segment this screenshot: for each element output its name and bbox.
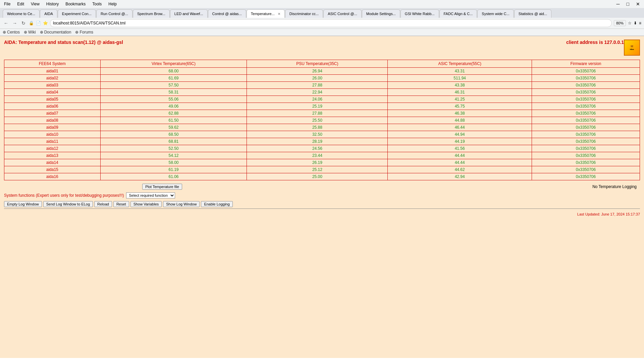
cell-0-1: 68.00 (100, 68, 247, 75)
cell-3-1: 58.31 (100, 89, 247, 96)
col-header-system: FEE64 System (4, 60, 101, 68)
cell-14-0: aida15 (4, 166, 101, 173)
cell-15-0: aida16 (4, 173, 101, 180)
tab-temperature[interactable]: Temperature... ✕ (247, 9, 285, 18)
close-button[interactable]: ✕ (635, 1, 641, 7)
last-updated: Last Updated: June 17, 2024 15:17:37 (4, 212, 640, 216)
send-log-button[interactable]: Send Log Window to ELog (43, 201, 93, 207)
bookmark-forums[interactable]: ⊕ Forums (75, 30, 93, 35)
maximize-button[interactable]: □ (625, 1, 631, 7)
table-row: aida0261.6926.00511.940x3350706 (4, 75, 640, 82)
tab-aida[interactable]: AIDA (40, 9, 57, 18)
table-row: aida1661.0625.0042.940x3350706 (4, 173, 640, 180)
tab-experiment[interactable]: Experiment Con... (58, 9, 96, 18)
cell-12-0: aida13 (4, 152, 101, 159)
tab-systemwide[interactable]: System wide C... (477, 9, 514, 18)
cell-10-2: 28.19 (247, 138, 388, 145)
page-header: AIDA: Temperature and status scan(1.12) … (4, 40, 640, 56)
col-header-psu: PSU Temperature(35C) (247, 60, 388, 68)
tab-runcontrol[interactable]: Run Control @... (96, 9, 132, 18)
forward-button[interactable]: → (11, 20, 18, 26)
tab-asic[interactable]: ASIC Control @... (323, 9, 362, 18)
bookmark-centos[interactable]: ⊕ Centos (3, 30, 20, 35)
tab-control[interactable]: Control @ aidas... (208, 9, 246, 18)
cell-14-2: 25.12 (247, 166, 388, 173)
bookmark-add-icon: ⭐ (43, 21, 48, 25)
system-functions-label: System functions (Expert users only for … (4, 193, 124, 198)
cell-7-1: 61.50 (100, 117, 247, 124)
empty-log-button[interactable]: Empty Log Window (4, 201, 42, 207)
tab-led[interactable]: LED and Wavef... (170, 9, 208, 18)
cell-12-3: 44.44 (388, 152, 532, 159)
cell-3-0: aida04 (4, 89, 101, 96)
cell-9-0: aida10 (4, 131, 101, 138)
cell-14-3: 44.62 (388, 166, 532, 173)
cell-15-2: 25.00 (247, 173, 388, 180)
cell-10-1: 68.81 (100, 138, 247, 145)
tab-spectrum[interactable]: Spectrum Brow... (133, 9, 170, 18)
cell-15-1: 61.06 (100, 173, 247, 180)
cell-6-1: 62.88 (100, 110, 247, 117)
cell-5-2: 25.19 (247, 103, 388, 110)
table-row: aida0555.0624.0641.250x3350706 (4, 96, 640, 103)
menu-file[interactable]: File (3, 1, 12, 7)
shield-icon: 🔒 (29, 21, 34, 25)
address-input[interactable] (50, 19, 612, 27)
midas-logo: M idas (624, 40, 640, 56)
cell-13-1: 58.00 (100, 159, 247, 166)
menu-icon[interactable]: ≡ (639, 21, 641, 25)
cell-11-4: 0x3350706 (532, 145, 640, 152)
tab-fadc[interactable]: FADC Align & C... (439, 9, 477, 18)
cell-12-2: 23.44 (247, 152, 388, 159)
reload-page-button[interactable]: Reload (94, 201, 112, 207)
page-icon: 📄 (36, 21, 41, 25)
tab-welcome[interactable]: Welcome to Ce... (3, 9, 40, 18)
enable-logging-button[interactable]: Enable Logging (201, 201, 232, 207)
back-button[interactable]: ← (3, 20, 9, 26)
menu-help[interactable]: Help (107, 1, 118, 7)
tab-gsi[interactable]: GSI White Rabb... (400, 9, 439, 18)
menu-history[interactable]: History (45, 1, 60, 7)
bookmark-wiki[interactable]: ⊕ Wiki (24, 30, 36, 35)
cell-8-2: 25.88 (247, 124, 388, 131)
tab-statistics[interactable]: Statistics @ aid... (514, 9, 551, 18)
menu-edit[interactable]: Edit (16, 1, 25, 7)
cell-15-3: 42.94 (388, 173, 532, 180)
cell-1-0: aida02 (4, 75, 101, 82)
zoom-level: 80% (614, 20, 626, 26)
table-row: aida1068.5032.5044.940x3350706 (4, 131, 640, 138)
reset-button[interactable]: Reset (113, 201, 129, 207)
menu-view[interactable]: View (30, 1, 41, 7)
cell-10-0: aida11 (4, 138, 101, 145)
show-log-button[interactable]: Show Log Window (163, 201, 200, 207)
reload-button[interactable]: ↻ (20, 20, 27, 26)
cell-3-3: 46.31 (388, 89, 532, 96)
cell-0-3: 43.31 (388, 68, 532, 75)
menu-tools[interactable]: Tools (91, 1, 103, 7)
cell-4-2: 24.06 (247, 96, 388, 103)
cell-0-2: 26.94 (247, 68, 388, 75)
cell-2-0: aida03 (4, 82, 101, 89)
show-variables-button[interactable]: Show Variables (130, 201, 162, 207)
tab-discriminator[interactable]: Discriminator cc... (285, 9, 323, 18)
minimize-button[interactable]: ─ (615, 1, 621, 7)
menu-bookmarks[interactable]: Bookmarks (64, 1, 87, 7)
cell-13-2: 26.19 (247, 159, 388, 166)
cell-8-3: 46.44 (388, 124, 532, 131)
tab-bar: Welcome to Ce... AIDA Experiment Con... … (0, 8, 644, 18)
cell-8-4: 0x3350706 (532, 124, 640, 131)
table-row: aida1252.5024.5641.560x3350706 (4, 145, 640, 152)
table-row: aida0861.5025.5044.880x3350706 (4, 117, 640, 124)
cell-2-4: 0x3350706 (532, 82, 640, 89)
select-function-dropdown[interactable]: Select required function (126, 192, 175, 198)
plot-temperature-button[interactable]: Plot Temperature file (142, 184, 182, 190)
tab-close-icon[interactable]: ✕ (278, 12, 280, 16)
tab-module[interactable]: Module Settings... (362, 9, 400, 18)
cell-0-4: 0x3350706 (532, 68, 640, 75)
temperature-table: FEE64 System Virtex Temperature(65C) PSU… (4, 60, 640, 180)
cell-8-0: aida09 (4, 124, 101, 131)
plot-area: Plot Temperature file No Temperature Log… (4, 184, 640, 190)
bookmark-documentation[interactable]: ⊕ Documentation (40, 30, 71, 35)
cell-4-3: 41.25 (388, 96, 532, 103)
table-row: aida0357.5027.8843.380x3350706 (4, 82, 640, 89)
